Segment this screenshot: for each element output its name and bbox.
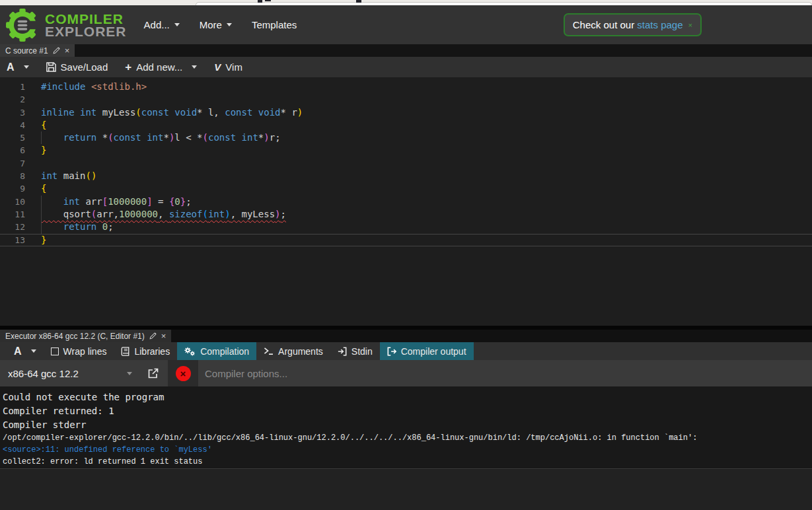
compile-status-well[interactable]	[168, 360, 198, 386]
font-size-button[interactable]: A	[7, 342, 44, 360]
tab-title: C source #1	[5, 46, 48, 55]
font-size-button[interactable]: A	[7, 61, 29, 73]
code-line[interactable]: 3inline int myLess(const void* l, const …	[0, 106, 812, 119]
tab-c-source[interactable]: C source #1	[0, 44, 75, 57]
chevron-down-icon	[31, 349, 36, 353]
code-line[interactable]: 9{	[0, 182, 812, 195]
tab-executor[interactable]: Executor x86-64 gcc 12.2 (C, Editor #1)	[0, 330, 171, 342]
code-line[interactable]: 5 return *(const int*)l < *(const int*)r…	[0, 131, 812, 144]
close-tab-icon[interactable]	[161, 332, 166, 340]
line-number: 4	[0, 119, 25, 131]
code-line[interactable]: 2	[0, 93, 812, 106]
wrap-lines-toggle[interactable]: Wrap lines	[44, 342, 114, 360]
add-new-button[interactable]: Add new...	[125, 61, 197, 74]
executor-tab-row: Executor x86-64 gcc 12.2 (C, Editor #1)	[0, 330, 812, 342]
gear-logo-icon	[5, 8, 40, 42]
main-nav: Add... More Templates	[144, 19, 297, 30]
chevron-down-icon	[127, 372, 132, 375]
chevron-down-icon	[174, 23, 180, 26]
error-squiggle-span: qsort(arr,1000000, sizeof(int), myLess);	[41, 209, 286, 219]
browser-text-fragment	[265, 0, 271, 1]
compiler-output-button[interactable]: Compiler output	[380, 342, 474, 360]
code-text: int arr[1000000] = {0};	[41, 196, 192, 208]
compiler-explorer-window: COMPILER EXPLORER Add... More Templates …	[0, 0, 812, 510]
floppy-save-icon	[46, 62, 56, 72]
code-line[interactable]: 12 return 0;	[0, 221, 812, 233]
code-line[interactable]: 10 int arr[1000000] = {0};	[0, 196, 812, 208]
compiler-explorer-logo[interactable]: COMPILER EXPLORER	[5, 8, 127, 42]
browser-chrome-strip	[0, 0, 812, 5]
nav-templates[interactable]: Templates	[252, 19, 297, 30]
open-compiler-external-icon[interactable]	[148, 368, 159, 379]
terminal-prompt-icon	[264, 347, 274, 355]
logo-wordmark: COMPILER EXPLORER	[45, 13, 127, 38]
code-text: }	[41, 234, 46, 246]
compiler-row: x86-64 gcc 12.2	[0, 360, 812, 386]
code-text: return 0;	[41, 221, 114, 233]
code-line[interactable]: 4{	[0, 119, 812, 131]
compiler-name: x86-64 gcc 12.2	[8, 368, 79, 379]
executor-panel-empty-area	[0, 470, 812, 510]
stdin-button[interactable]: Stdin	[330, 342, 380, 360]
line-number: 1	[0, 81, 25, 93]
line-number: 12	[0, 221, 25, 233]
output-line: Compiler returned: 1	[3, 404, 809, 418]
line-number: 13	[0, 234, 25, 246]
compilation-button[interactable]: Compilation	[177, 342, 256, 360]
code-line[interactable]: 8int main()	[0, 170, 812, 182]
output-line: /opt/compiler-explorer/gcc-12.2.0/bin/..…	[3, 432, 809, 444]
cogs-icon	[184, 347, 196, 356]
line-number: 5	[0, 131, 25, 144]
output-line: collect2: error: ld returned 1 exit stat…	[3, 456, 809, 468]
compiler-options-input[interactable]	[205, 368, 812, 379]
code-line[interactable]: 11 qsort(arr,1000000, sizeof(int), myLes…	[0, 208, 812, 221]
compiler-select[interactable]: x86-64 gcc 12.2	[0, 360, 140, 386]
nav-more-menu[interactable]: More	[200, 19, 232, 30]
code-line[interactable]: 1#include <stdlib.h>	[0, 81, 812, 93]
chevron-down-icon	[24, 65, 29, 69]
book-icon	[121, 347, 129, 356]
output-line: Could not execute the program	[3, 390, 809, 404]
tab-title: Executor x86-64 gcc 12.2 (C, Editor #1)	[5, 332, 145, 341]
line-number: 3	[0, 106, 25, 119]
code-text: #include <stdlib.h>	[41, 81, 147, 93]
code-text: return *(const int*)l < *(const int*)r;	[41, 131, 281, 144]
stats-notification: Check out our stats page	[564, 13, 702, 36]
source-toolbar: A Save/Load Add new... Vim	[0, 57, 812, 77]
chevron-down-icon	[192, 65, 197, 69]
close-tab-icon[interactable]	[65, 46, 70, 55]
code-line[interactable]: 6}	[0, 144, 812, 157]
browser-text-fragment	[258, 0, 262, 3]
plus-icon	[125, 61, 131, 74]
arguments-button[interactable]: Arguments	[256, 342, 330, 360]
stats-page-link[interactable]: stats page	[637, 19, 683, 30]
notification-text: Check out our	[573, 19, 638, 30]
code-line[interactable]: 7	[0, 157, 812, 170]
notification-close-icon[interactable]	[688, 21, 692, 29]
vim-icon	[214, 61, 221, 73]
line-number: 11	[0, 208, 25, 221]
code-text: }	[41, 144, 46, 157]
code-text: int main()	[41, 170, 96, 182]
code-editor[interactable]: 1#include <stdlib.h>23inline int myLess(…	[0, 77, 812, 326]
libraries-button[interactable]: Libraries	[114, 342, 177, 360]
vim-toggle-button[interactable]: Vim	[214, 61, 242, 73]
code-text: inline int myLess(const void* l, const v…	[41, 106, 303, 119]
rename-pencil-icon[interactable]	[53, 47, 60, 54]
checkbox-unchecked-icon	[51, 347, 59, 355]
output-line: <source>:11: undefined reference to `myL…	[3, 444, 809, 456]
sign-out-icon	[387, 347, 396, 356]
executor-toolbar: A Wrap lines Libraries Compilation	[0, 342, 812, 360]
line-number: 9	[0, 182, 25, 195]
nav-add-menu[interactable]: Add...	[144, 19, 180, 30]
code-line[interactable]: 13}	[0, 234, 812, 246]
line-number: 8	[0, 170, 25, 182]
sign-in-icon	[338, 347, 347, 356]
code-text: {	[41, 119, 46, 131]
site-header: COMPILER EXPLORER Add... More Templates …	[0, 5, 812, 44]
rename-pencil-icon[interactable]	[149, 332, 157, 340]
code-text: qsort(arr,1000000, sizeof(int), myLess);	[41, 208, 286, 221]
chevron-down-icon	[227, 23, 232, 26]
save-load-button[interactable]: Save/Load	[46, 61, 108, 73]
line-number: 2	[0, 93, 25, 106]
